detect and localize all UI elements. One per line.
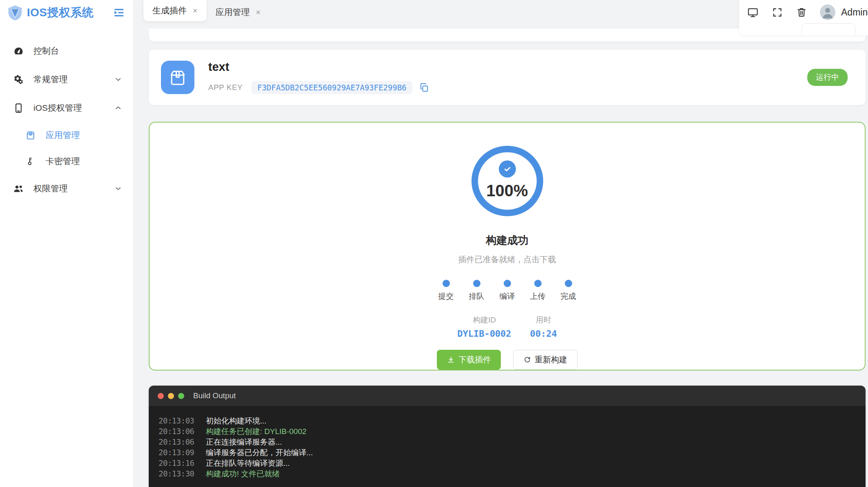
build-step-queue: 排队 bbox=[467, 280, 486, 302]
step-label: 提交 bbox=[438, 291, 454, 302]
sidebar-item-ios-auth-management[interactable]: iOS授权管理 bbox=[0, 94, 133, 122]
sidebar-item-permission-management[interactable]: 权限管理 bbox=[0, 174, 133, 203]
app-title: IOS授权系统 bbox=[27, 5, 94, 20]
copy-icon[interactable] bbox=[419, 82, 430, 93]
step-label: 排队 bbox=[469, 291, 485, 302]
trash-icon[interactable] bbox=[795, 6, 808, 18]
app-root: IOS授权系统 控制台 bbox=[0, 0, 868, 487]
fullscreen-icon[interactable] bbox=[771, 6, 783, 18]
log-text: 编译服务器已分配，开始编译... bbox=[206, 448, 313, 458]
sidebar: IOS授权系统 控制台 bbox=[0, 0, 134, 487]
mobile-icon bbox=[12, 102, 24, 114]
log-text: 构建成功! 文件已就绪 bbox=[206, 469, 280, 479]
tab-label: 应用管理 bbox=[216, 7, 250, 18]
sidebar-item-label: 卡密管理 bbox=[46, 156, 80, 167]
tab-app-management[interactable]: 应用管理 × bbox=[207, 0, 270, 24]
avatar[interactable] bbox=[820, 4, 835, 20]
app-key-row: APP KEY F3DFA5DB2C5EE560929AE7A93FE299B6 bbox=[208, 81, 430, 94]
tab-generate-plugin[interactable]: 生成插件 × bbox=[143, 0, 207, 21]
chevron-down-icon bbox=[114, 75, 123, 84]
progress-percent: 100% bbox=[478, 182, 537, 200]
log-timestamp: 20:13:06 bbox=[159, 427, 195, 436]
refresh-icon bbox=[523, 356, 531, 364]
close-icon[interactable]: × bbox=[193, 7, 198, 15]
sidebar-header: IOS授权系统 bbox=[0, 0, 133, 25]
app-info-card: text APP KEY F3DFA5DB2C5EE560929AE7A93FE… bbox=[149, 50, 866, 105]
menu-fold-icon[interactable] bbox=[112, 6, 126, 20]
sidebar-item-label: 常规管理 bbox=[33, 74, 68, 85]
download-button-label: 下载插件 bbox=[458, 354, 491, 365]
status-badge: 运行中 bbox=[807, 69, 848, 86]
duration-value: 00:24 bbox=[530, 329, 557, 339]
log-line: 20:13:03 初始化构建环境... bbox=[159, 416, 857, 426]
build-meta: 构建ID DYLIB-0002 用时 00:24 bbox=[457, 315, 557, 339]
log-text: 正在排队等待编译资源... bbox=[206, 458, 290, 469]
step-label: 编译 bbox=[500, 291, 515, 302]
traffic-light-red-icon bbox=[158, 393, 164, 399]
sidebar-item-label: 控制台 bbox=[33, 45, 59, 57]
app-logo-icon bbox=[7, 4, 24, 21]
sidebar-menu: 控制台 常规管理 bbox=[0, 25, 133, 203]
duration-block: 用时 00:24 bbox=[530, 315, 557, 339]
terminal-header: Build Output bbox=[149, 386, 866, 406]
check-icon bbox=[499, 160, 516, 178]
key-icon bbox=[24, 155, 37, 167]
tab-label: 生成插件 bbox=[152, 5, 187, 16]
app-key-value[interactable]: F3DFA5DB2C5EE560929AE7A93FE299B6 bbox=[251, 81, 412, 94]
app-name: text bbox=[208, 61, 430, 73]
main-area: 生成插件 × 应用管理 × bbox=[134, 0, 868, 487]
build-step-upload: 上传 bbox=[529, 280, 547, 302]
build-steps: 提交 排队 编译 上传 bbox=[437, 280, 578, 302]
build-output-terminal: Build Output 20:13:03 初始化构建环境... 20:13:0… bbox=[149, 386, 866, 487]
build-id-block: 构建ID DYLIB-0002 bbox=[457, 315, 511, 339]
log-text: 正在连接编译服务器... bbox=[206, 437, 282, 448]
users-icon bbox=[12, 182, 24, 195]
log-timestamp: 20:13:06 bbox=[159, 437, 195, 446]
build-id-value: DYLIB-0002 bbox=[457, 329, 511, 339]
log-line: 20:13:16 正在排队等待编译资源... bbox=[159, 458, 857, 469]
step-dot-icon bbox=[565, 280, 572, 287]
build-actions: 下载插件 重新构建 bbox=[437, 350, 577, 370]
sidebar-item-general-management[interactable]: 常规管理 bbox=[0, 65, 133, 94]
download-plugin-button[interactable]: 下载插件 bbox=[437, 350, 501, 370]
dashboard-icon bbox=[12, 45, 24, 57]
sidebar-item-card-key-management[interactable]: 卡密管理 bbox=[0, 148, 133, 174]
log-timestamp: 20:13:09 bbox=[159, 448, 195, 457]
sidebar-item-dashboard[interactable]: 控制台 bbox=[0, 37, 133, 65]
log-timestamp: 20:13:16 bbox=[159, 458, 195, 467]
log-text: 构建任务已创建: DYLIB-0002 bbox=[206, 426, 306, 437]
monitor-icon[interactable] bbox=[747, 6, 759, 18]
step-dot-icon bbox=[473, 280, 480, 287]
sidebar-item-app-management[interactable]: 应用管理 bbox=[0, 122, 133, 148]
build-step-compile: 编译 bbox=[498, 280, 517, 302]
app-meta: text APP KEY F3DFA5DB2C5EE560929AE7A93FE… bbox=[208, 61, 430, 94]
box-icon bbox=[24, 129, 37, 141]
close-icon[interactable]: × bbox=[256, 8, 261, 16]
sidebar-submenu: 应用管理 卡密管理 bbox=[0, 122, 133, 174]
log-line: 20:13:30 构建成功! 文件已就绪 bbox=[159, 469, 857, 479]
app-package-icon bbox=[161, 61, 194, 94]
terminal-title: Build Output bbox=[193, 391, 236, 400]
log-text: 初始化构建环境... bbox=[206, 416, 267, 426]
rebuild-button[interactable]: 重新构建 bbox=[513, 350, 577, 370]
sidebar-item-label: iOS授权管理 bbox=[33, 102, 82, 114]
log-timestamp: 20:13:30 bbox=[159, 469, 195, 478]
header-actions: Admin bbox=[739, 0, 868, 35]
build-status-subtitle: 插件已准备就绪，点击下载 bbox=[458, 254, 556, 265]
traffic-light-green-icon bbox=[178, 393, 184, 399]
build-step-submit: 提交 bbox=[437, 280, 456, 302]
build-status-title: 构建成功 bbox=[486, 233, 529, 248]
app-key-label: APP KEY bbox=[208, 83, 242, 92]
user-name[interactable]: Admin bbox=[841, 7, 868, 18]
sidebar-item-label: 应用管理 bbox=[46, 129, 80, 141]
traffic-light-yellow-icon bbox=[168, 393, 174, 399]
terminal-body: 20:13:03 初始化构建环境... 20:13:06 构建任务已创建: DY… bbox=[149, 406, 866, 487]
step-label: 上传 bbox=[530, 291, 546, 302]
chevron-up-icon bbox=[114, 103, 123, 112]
step-label: 完成 bbox=[561, 291, 576, 302]
log-line: 20:13:06 正在连接编译服务器... bbox=[159, 437, 857, 448]
sidebar-item-label: 权限管理 bbox=[33, 183, 68, 194]
build-result-panel: 100% 构建成功 插件已准备就绪，点击下载 提交 排队 编译 bbox=[149, 122, 866, 371]
step-dot-icon bbox=[504, 280, 511, 287]
log-timestamp: 20:13:03 bbox=[159, 416, 195, 425]
